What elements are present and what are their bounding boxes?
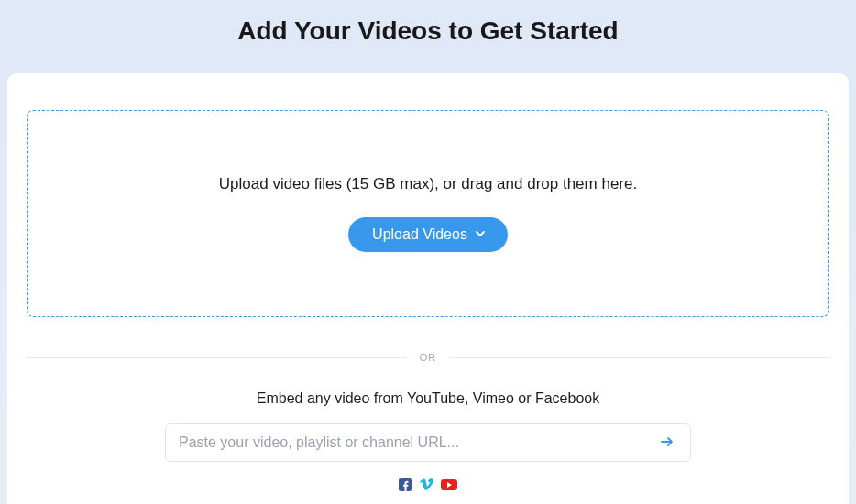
youtube-icon: [441, 478, 457, 491]
embed-instruction: Embed any video from YouTube, Vimeo or F…: [26, 390, 830, 407]
upload-videos-button[interactable]: Upload Videos: [348, 217, 508, 252]
upload-card: Upload video files (15 GB max), or drag …: [7, 73, 849, 504]
video-url-input[interactable]: [165, 423, 691, 462]
vimeo-icon: [419, 478, 433, 491]
upload-button-label: Upload Videos: [372, 226, 467, 243]
submit-url-button[interactable]: [649, 423, 686, 462]
facebook-icon: [399, 478, 412, 491]
brand-icons-row: [26, 478, 830, 491]
page-title: Add Your Videos to Get Started: [0, 0, 856, 73]
chevron-down-icon: [475, 226, 486, 243]
upload-dropzone[interactable]: Upload video files (15 GB max), or drag …: [27, 110, 829, 317]
embed-section: Embed any video from YouTube, Vimeo or F…: [26, 390, 830, 491]
divider-label: OR: [407, 352, 450, 363]
dropzone-instruction: Upload video files (15 GB max), or drag …: [47, 175, 809, 193]
arrow-right-icon: [658, 433, 676, 454]
section-divider: OR: [26, 352, 830, 363]
